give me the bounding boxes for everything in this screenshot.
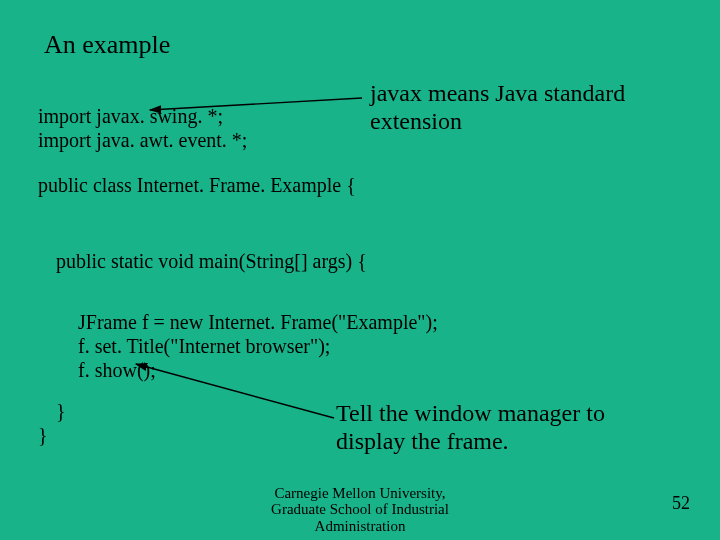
- slide-footer: Carnegie Mellon University, Graduate Sch…: [0, 485, 720, 535]
- code-body: JFrame f = new Internet. Frame("Example"…: [78, 310, 438, 382]
- code-line-settitle: f. set. Title("Internet browser");: [78, 334, 438, 358]
- page-number: 52: [672, 493, 690, 514]
- code-line-show: f. show();: [78, 358, 438, 382]
- annotation-show-line2: display the frame.: [336, 428, 605, 456]
- footer-line3: Administration: [0, 518, 720, 535]
- code-line-import2: import java. awt. event. *;: [38, 128, 247, 152]
- code-main-sig: public static void main(String[] args) {: [56, 250, 367, 273]
- annotation-javax: javax means Java standard extension: [370, 80, 625, 135]
- code-close-outer: }: [38, 424, 48, 447]
- code-imports: import javax. swing. *; import java. awt…: [38, 104, 247, 152]
- slide-title: An example: [44, 30, 170, 60]
- code-close-inner: }: [56, 400, 66, 423]
- footer-line2: Graduate School of Industrial: [0, 501, 720, 518]
- annotation-show: Tell the window manager to display the f…: [336, 400, 605, 455]
- annotation-show-line1: Tell the window manager to: [336, 400, 605, 428]
- annotation-javax-line2: extension: [370, 108, 625, 136]
- code-class-decl: public class Internet. Frame. Example {: [38, 174, 356, 197]
- code-line-import1: import javax. swing. *;: [38, 104, 247, 128]
- slide: An example import javax. swing. *; impor…: [0, 0, 720, 540]
- code-line-jframe: JFrame f = new Internet. Frame("Example"…: [78, 310, 438, 334]
- annotation-javax-line1: javax means Java standard: [370, 80, 625, 108]
- footer-line1: Carnegie Mellon University,: [0, 485, 720, 502]
